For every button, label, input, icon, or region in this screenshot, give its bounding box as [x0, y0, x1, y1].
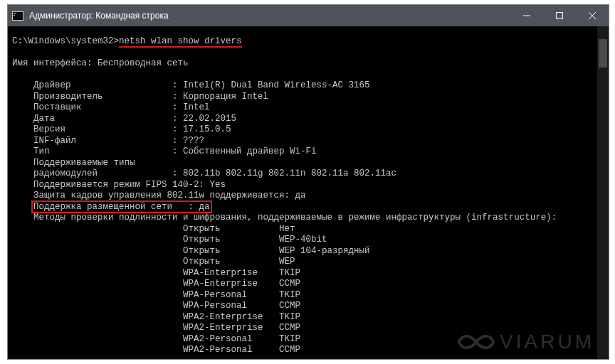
value-driver: Intel(R) Dual Band Wireless-AC 3165	[183, 80, 370, 90]
label-vendor: Производитель	[33, 92, 103, 102]
window-title: Администратор: Командная строка	[28, 11, 169, 21]
auth-header-line: Методы проверки подлинности и шифрования…	[33, 213, 557, 223]
prompt-text: C:\Windows\system32>	[12, 36, 119, 46]
command-prompt-window: Администратор: Командная строка C:\Windo…	[7, 4, 609, 360]
value-inf: ????	[183, 136, 204, 146]
value-radios: 802.11b 802.11g 802.11n 802.11a 802.11ac	[183, 168, 396, 178]
label-version: Версия	[33, 124, 65, 134]
mgmt-frames-line: Защита кадров управления 802.11w поддерж…	[33, 191, 306, 200]
app-icon-wrap	[8, 5, 28, 26]
value-date: 22.02.2015	[183, 114, 236, 124]
cmd-icon	[12, 11, 23, 21]
scroll-thumb[interactable]	[599, 39, 607, 68]
auth-cipher-table: Открыть Нет Открыть WEP-40bit Открыть WE…	[12, 224, 370, 355]
fips-line: Поддерживается режим FIPS 140-2: Yes	[33, 180, 226, 190]
label-radios2: радиомодулей	[33, 168, 98, 178]
typed-command: netsh wlan show drivers	[119, 36, 242, 48]
label-radios1: Поддерживаемые типы	[33, 158, 135, 168]
label-type: Тип	[33, 146, 50, 156]
value-type: Собственный драйвер Wi-Fi	[183, 146, 317, 156]
svg-rect-1	[557, 13, 563, 19]
label-inf: INF-файл	[33, 136, 76, 146]
hosted-network-line: Поддержка размещенной сети : да	[31, 200, 212, 213]
minimize-button[interactable]	[510, 5, 543, 26]
label-driver: Драйвер	[33, 80, 71, 90]
terminal-client-area: C:\Windows\system32>netsh wlan show driv…	[8, 26, 609, 359]
titlebar[interactable]: Администратор: Командная строка	[8, 5, 609, 26]
value-version: 17.15.0.5	[183, 124, 231, 134]
maximize-button[interactable]	[543, 5, 576, 26]
interface-line: Имя интерфейса: Беспроводная сеть	[12, 58, 189, 68]
value-provider: Intel	[183, 102, 210, 112]
vertical-scrollbar[interactable]	[597, 26, 609, 359]
label-provider: Поставщик	[33, 102, 82, 112]
terminal-output[interactable]: C:\Windows\system32>netsh wlan show driv…	[12, 36, 596, 356]
close-button[interactable]	[576, 5, 609, 26]
label-date: Дата	[33, 114, 55, 124]
value-vendor: Корпорация Intel	[183, 92, 268, 102]
